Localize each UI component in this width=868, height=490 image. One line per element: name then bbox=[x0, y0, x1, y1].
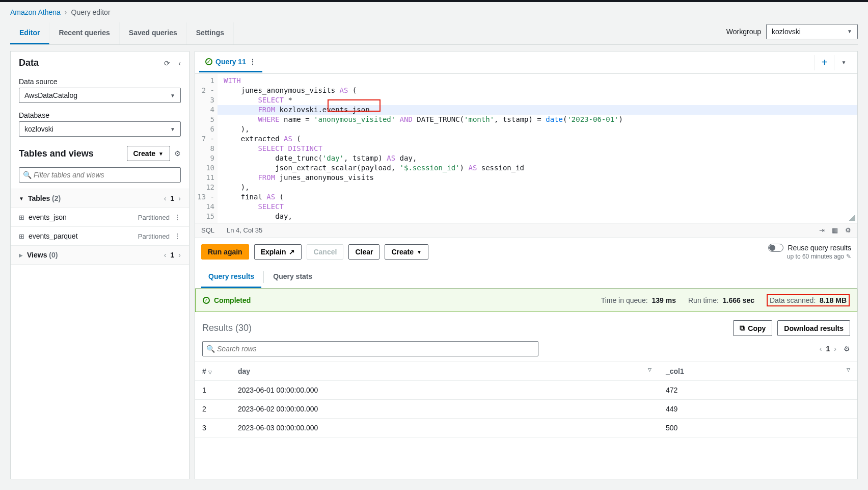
caret-down-icon: ▼ bbox=[158, 151, 164, 157]
results-title: Results bbox=[202, 323, 233, 333]
clear-button[interactable]: Clear bbox=[348, 244, 379, 260]
tab-menu-button[interactable]: ▼ bbox=[834, 55, 853, 70]
query-tab[interactable]: Query 11 ⋮ bbox=[199, 53, 262, 72]
copy-button[interactable]: ⧉ Copy bbox=[733, 320, 772, 336]
layout-icon[interactable]: ▦ bbox=[832, 226, 838, 234]
table-icon: ⊞ bbox=[19, 214, 24, 221]
more-icon[interactable]: ⋮ bbox=[174, 213, 181, 221]
partition-badge: Partitioned bbox=[138, 214, 170, 221]
breadcrumb-service-link[interactable]: Amazon Athena bbox=[10, 8, 61, 16]
gear-icon[interactable]: ⚙ bbox=[844, 345, 850, 353]
search-icon: 🔍 bbox=[23, 171, 32, 179]
create-label: Create bbox=[391, 248, 414, 256]
chevron-right-icon[interactable]: ▶ bbox=[19, 252, 23, 258]
page-number: 1 bbox=[171, 194, 175, 202]
data-source-select[interactable]: AwsDataCatalog ▼ bbox=[19, 88, 181, 103]
table-name: events_json bbox=[29, 213, 134, 221]
page-number: 1 bbox=[171, 251, 175, 259]
add-tab-button[interactable]: + bbox=[815, 55, 834, 70]
cell-index: 1 bbox=[195, 381, 231, 400]
more-icon[interactable]: ⋮ bbox=[174, 232, 181, 240]
line-gutter: 1 2 - 3 4 5 6 7 - 8 9 10 11 12 13 - 14 1… bbox=[195, 74, 218, 223]
explain-label: Explain bbox=[261, 248, 286, 256]
cell-day: 2023-06-01 00:00:00.000 bbox=[231, 381, 659, 400]
filter-tables-input[interactable] bbox=[19, 167, 181, 183]
gear-icon[interactable]: ⚙ bbox=[845, 226, 851, 234]
data-panel-title: Data bbox=[19, 58, 39, 68]
cell-index: 2 bbox=[195, 400, 231, 419]
tab-query-stats[interactable]: Query stats bbox=[266, 266, 319, 288]
format-icon[interactable]: ⇥ bbox=[819, 226, 825, 234]
copy-icon: ⧉ bbox=[740, 324, 745, 332]
next-page-icon[interactable]: › bbox=[834, 345, 836, 353]
explain-button[interactable]: Explain ↗ bbox=[254, 244, 302, 260]
results-page-number: 1 bbox=[826, 345, 830, 353]
tables-views-title: Tables and views bbox=[19, 148, 123, 159]
results-count: (30) bbox=[235, 323, 252, 333]
run-again-button[interactable]: Run again bbox=[201, 244, 249, 260]
database-value: kozlovski bbox=[24, 125, 53, 133]
tables-count: (2) bbox=[52, 194, 61, 202]
gear-icon[interactable]: ⚙ bbox=[174, 149, 181, 158]
workgroup-select[interactable]: kozlovski ▼ bbox=[766, 24, 858, 39]
cell-index: 3 bbox=[195, 419, 231, 437]
more-icon[interactable]: ⋮ bbox=[249, 58, 256, 66]
sort-icon[interactable]: ▽ bbox=[847, 367, 850, 372]
search-rows-input[interactable] bbox=[202, 341, 538, 356]
tab-settings[interactable]: Settings bbox=[187, 22, 234, 44]
table-row[interactable]: ⊞ events_parquet Partitioned ⋮ bbox=[11, 227, 189, 246]
create-button[interactable]: Create ▼ bbox=[127, 146, 171, 161]
run-time-label: Run time: bbox=[688, 296, 719, 304]
tab-recent-queries[interactable]: Recent queries bbox=[49, 22, 119, 44]
download-results-button[interactable]: Download results bbox=[777, 320, 850, 336]
table-row: 2 2023-06-02 00:00:00.000 449 bbox=[195, 400, 857, 419]
caret-down-icon: ▼ bbox=[170, 93, 175, 98]
tab-query-results[interactable]: Query results bbox=[201, 266, 261, 288]
workgroup-label: Workgroup bbox=[726, 28, 761, 36]
col-day[interactable]: day bbox=[238, 367, 250, 375]
workgroup-value: kozlovski bbox=[772, 28, 801, 36]
caret-down-icon: ▼ bbox=[847, 29, 852, 34]
chevron-down-icon[interactable]: ▼ bbox=[19, 196, 24, 201]
caret-down-icon: ▼ bbox=[417, 249, 422, 255]
reuse-results-toggle[interactable] bbox=[768, 244, 783, 252]
cell-col1: 500 bbox=[659, 419, 857, 437]
partition-badge: Partitioned bbox=[138, 233, 170, 240]
prev-page-icon[interactable]: ‹ bbox=[164, 251, 167, 259]
tab-saved-queries[interactable]: Saved queries bbox=[120, 22, 187, 44]
next-page-icon[interactable]: › bbox=[178, 251, 181, 259]
query-tab-label: Query 11 bbox=[215, 58, 246, 66]
cancel-button: Cancel bbox=[307, 244, 343, 260]
sort-icon[interactable]: ▽ bbox=[648, 367, 652, 372]
tab-editor[interactable]: Editor bbox=[10, 22, 49, 44]
completed-label: Completed bbox=[214, 296, 251, 304]
success-icon bbox=[205, 58, 212, 65]
create-query-button[interactable]: Create ▼ bbox=[385, 244, 428, 260]
database-select[interactable]: kozlovski ▼ bbox=[19, 121, 181, 137]
caret-down-icon: ▼ bbox=[170, 126, 175, 132]
prev-page-icon[interactable]: ‹ bbox=[820, 345, 822, 353]
col-col1[interactable]: _col1 bbox=[666, 367, 684, 375]
tables-label: Tables bbox=[28, 194, 50, 202]
data-scanned-label: Data scanned: bbox=[770, 296, 816, 304]
table-row: 3 2023-06-03 00:00:00.000 500 bbox=[195, 419, 857, 437]
prev-page-icon[interactable]: ‹ bbox=[164, 194, 167, 202]
breadcrumb-current: Query editor bbox=[71, 8, 111, 16]
refresh-icon[interactable]: ⟳ bbox=[164, 59, 170, 67]
queue-time-label: Time in queue: bbox=[601, 296, 648, 304]
data-source-label: Data source bbox=[19, 78, 181, 86]
col-index[interactable]: # bbox=[202, 367, 206, 375]
cell-day: 2023-06-02 00:00:00.000 bbox=[231, 400, 659, 419]
divider bbox=[263, 271, 264, 283]
collapse-icon[interactable]: ‹ bbox=[178, 59, 181, 67]
reuse-results-sub: up to 60 minutes ago bbox=[787, 253, 844, 260]
cursor-position: Ln 4, Col 35 bbox=[227, 226, 262, 234]
resize-handle-icon[interactable] bbox=[849, 215, 855, 221]
sort-icon[interactable]: ▽ bbox=[208, 370, 212, 375]
next-page-icon[interactable]: › bbox=[178, 194, 181, 202]
external-link-icon: ↗ bbox=[289, 248, 295, 256]
top-tabs: Editor Recent queries Saved queries Sett… bbox=[10, 22, 234, 44]
sql-editor[interactable]: 1 2 - 3 4 5 6 7 - 8 9 10 11 12 13 - 14 1… bbox=[195, 74, 857, 223]
edit-icon[interactable]: ✎ bbox=[846, 253, 851, 260]
table-row[interactable]: ⊞ events_json Partitioned ⋮ bbox=[11, 208, 189, 227]
